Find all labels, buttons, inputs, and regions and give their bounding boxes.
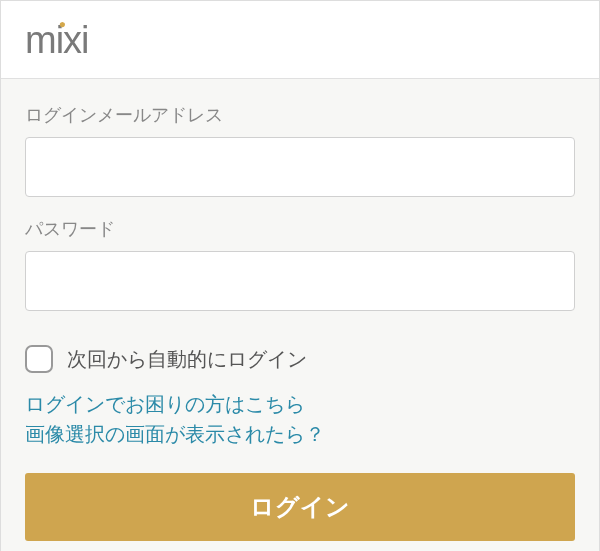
help-link-image-select[interactable]: 画像選択の画面が表示されたら？ [25, 419, 575, 449]
help-link-trouble[interactable]: ログインでお困りの方はこちら [25, 389, 575, 419]
email-label: ログインメールアドレス [25, 103, 575, 127]
mixi-logo: mi●xi [25, 19, 575, 62]
email-input[interactable] [25, 137, 575, 197]
header: mi●xi [1, 1, 599, 79]
login-container: mi●xi ログインメールアドレス パスワード 次回から自動的にログイン ログイ… [0, 0, 600, 551]
remember-row: 次回から自動的にログイン [25, 345, 575, 373]
login-form: ログインメールアドレス パスワード 次回から自動的にログイン ログインでお困りの… [1, 79, 599, 551]
password-input[interactable] [25, 251, 575, 311]
password-label: パスワード [25, 217, 575, 241]
remember-checkbox[interactable] [25, 345, 53, 373]
login-button[interactable]: ログイン [25, 473, 575, 541]
remember-label[interactable]: 次回から自動的にログイン [67, 346, 307, 373]
help-links: ログインでお困りの方はこちら 画像選択の画面が表示されたら？ [25, 389, 575, 449]
